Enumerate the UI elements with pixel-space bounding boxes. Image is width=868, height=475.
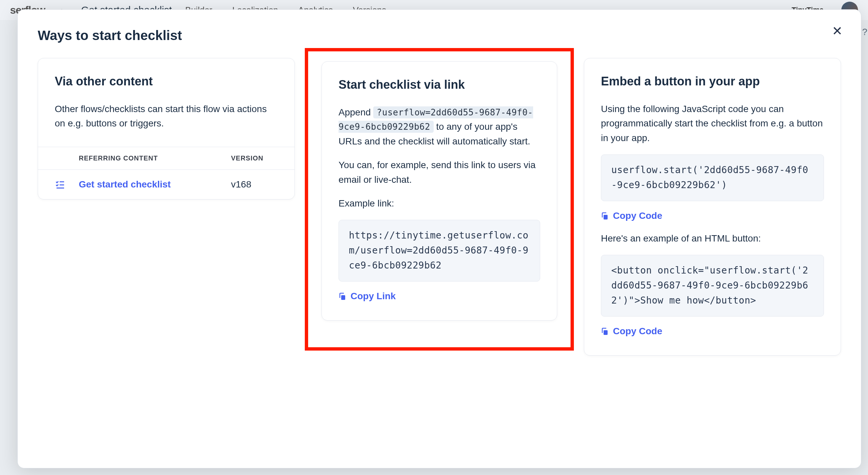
copy-icon (339, 292, 346, 300)
close-button[interactable]: ✕ (832, 25, 843, 37)
card-title: Embed a button in your app (601, 74, 824, 89)
js-code-block[interactable]: userflow.start('2dd60d55-9687-49f0-9ce9-… (601, 155, 824, 201)
copy-link-button[interactable]: Copy Link (339, 291, 396, 302)
copy-icon (601, 212, 609, 220)
checklist-icon (55, 179, 65, 190)
column-referring-content: REFERRING CONTENT (55, 155, 231, 162)
svg-rect-5 (603, 215, 608, 219)
card-title: Via other content (55, 74, 278, 89)
card-embed-button: Embed a button in your app Using the fol… (584, 58, 841, 355)
table-header: REFERRING CONTENT VERSION (38, 147, 294, 170)
append-instruction: Append ?userflow=2dd60d55-9687-49f0-9ce9… (339, 105, 540, 148)
column-version: VERSION (231, 155, 278, 162)
append-prefix: Append (339, 107, 373, 117)
table-row[interactable]: Get started checklist v168 (38, 170, 294, 199)
referring-content-table: REFERRING CONTENT VERSION Get started ch… (38, 147, 294, 199)
example-link-code[interactable]: https://tinytime.getuserflow.com/userflo… (339, 220, 540, 281)
send-link-hint: You can, for example, send this link to … (339, 158, 540, 187)
copy-icon (601, 327, 609, 335)
referring-content-name[interactable]: Get started checklist (79, 179, 231, 190)
svg-rect-4 (341, 295, 345, 300)
modal-title: Ways to start checklist (38, 28, 841, 43)
copy-code-button-1[interactable]: Copy Code (601, 210, 662, 221)
card-via-other-content: Via other content Other flows/checklists… (38, 58, 295, 200)
html-code-block[interactable]: <button onclick="userflow.start('2dd60d5… (601, 255, 824, 316)
card-title: Start checklist via link (339, 78, 540, 92)
ways-to-start-modal: ✕ Ways to start checklist Via other cont… (18, 9, 861, 468)
highlight-box: Start checklist via link Append ?userflo… (305, 48, 574, 350)
help-icon[interactable]: ? (862, 27, 867, 37)
svg-rect-6 (603, 330, 608, 335)
copy-code-button-2[interactable]: Copy Code (601, 326, 662, 337)
copy-code-label: Copy Code (613, 210, 662, 221)
copy-link-label: Copy Link (350, 291, 396, 302)
copy-code-label: Copy Code (613, 326, 662, 337)
referring-content-version: v168 (231, 179, 278, 190)
card-description: Other flows/checklists can start this fl… (55, 102, 278, 131)
card-start-via-link: Start checklist via link Append ?userflo… (321, 61, 557, 320)
embed-description: Using the following JavaScript code you … (601, 102, 824, 145)
cards-row: Via other content Other flows/checklists… (38, 58, 841, 355)
html-button-intro: Here's an example of an HTML button: (601, 231, 824, 245)
example-link-label: Example link: (339, 196, 540, 210)
